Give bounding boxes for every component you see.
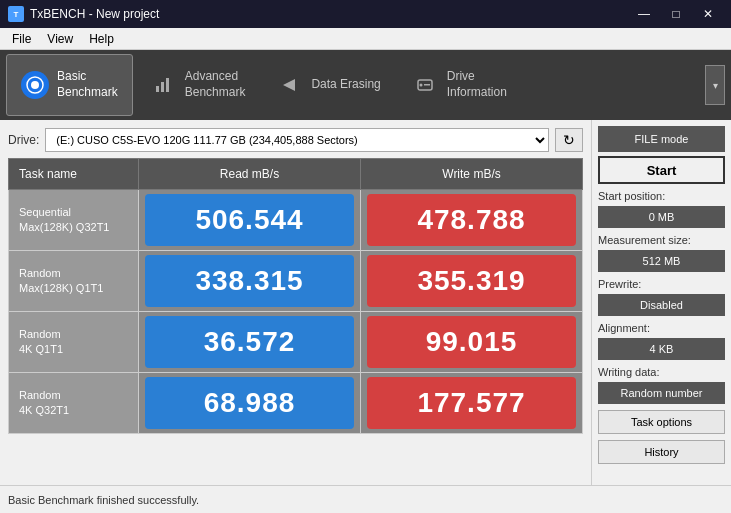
prewrite-value: Disabled — [598, 294, 725, 316]
title-bar-left: T TxBENCH - New project — [8, 6, 159, 22]
start-position-value: 0 MB — [598, 206, 725, 228]
table-row: Random4K Q32T1 68.988 177.577 — [9, 373, 583, 434]
toolbar-drive-information[interactable]: Drive Information — [397, 54, 521, 116]
writing-data-label: Writing data: — [598, 366, 725, 378]
svg-point-7 — [419, 84, 422, 87]
task-options-button[interactable]: Task options — [598, 410, 725, 434]
alignment-label: Alignment: — [598, 322, 725, 334]
left-panel: Drive: (E:) CUSO C5S-EVO 120G 111.77 GB … — [0, 120, 591, 485]
alignment-value: 4 KB — [598, 338, 725, 360]
toolbar: Basic Benchmark Advanced Benchmark Data … — [0, 50, 731, 120]
main-content: Drive: (E:) CUSO C5S-EVO 120G 111.77 GB … — [0, 120, 731, 485]
file-mode-button[interactable]: FILE mode — [598, 126, 725, 152]
write-cell-2: 99.015 — [361, 312, 583, 373]
menu-help[interactable]: Help — [81, 30, 122, 48]
task-name-3: Random4K Q32T1 — [9, 373, 139, 434]
read-cell-1: 338.315 — [139, 251, 361, 312]
task-name-0: SequentialMax(128K) Q32T1 — [9, 190, 139, 251]
toolbar-basic-benchmark[interactable]: Basic Benchmark — [6, 54, 133, 116]
title-bar: T TxBENCH - New project — □ ✕ — [0, 0, 731, 28]
advanced-benchmark-icon — [149, 71, 177, 99]
task-name-2: Random4K Q1T1 — [9, 312, 139, 373]
status-text: Basic Benchmark finished successfully. — [8, 494, 199, 506]
read-value-1: 338.315 — [145, 255, 354, 307]
read-value-2: 36.572 — [145, 316, 354, 368]
history-button[interactable]: History — [598, 440, 725, 464]
svg-point-1 — [31, 81, 39, 89]
write-cell-0: 478.788 — [361, 190, 583, 251]
write-value-3: 177.577 — [367, 377, 576, 429]
col-read: Read mB/s — [139, 159, 361, 190]
write-value-2: 99.015 — [367, 316, 576, 368]
advanced-benchmark-label: Advanced Benchmark — [185, 69, 246, 100]
start-position-label: Start position: — [598, 190, 725, 202]
read-value-3: 68.988 — [145, 377, 354, 429]
menu-file[interactable]: File — [4, 30, 39, 48]
basic-benchmark-label: Basic Benchmark — [57, 69, 118, 100]
svg-rect-3 — [161, 82, 164, 92]
menu-view[interactable]: View — [39, 30, 81, 48]
write-cell-1: 355.319 — [361, 251, 583, 312]
start-button[interactable]: Start — [598, 156, 725, 184]
toolbar-data-erasing[interactable]: Data Erasing — [261, 54, 394, 116]
svg-marker-5 — [283, 79, 295, 91]
right-panel: FILE mode Start Start position: 0 MB Mea… — [591, 120, 731, 485]
toolbar-dropdown-button[interactable]: ▾ — [705, 65, 725, 105]
col-task-name: Task name — [9, 159, 139, 190]
maximize-button[interactable]: □ — [661, 4, 691, 24]
title-bar-controls: — □ ✕ — [629, 4, 723, 24]
col-write: Write mB/s — [361, 159, 583, 190]
status-bar: Basic Benchmark finished successfully. — [0, 485, 731, 513]
table-row: Random4K Q1T1 36.572 99.015 — [9, 312, 583, 373]
svg-rect-2 — [156, 86, 159, 92]
svg-rect-8 — [424, 84, 430, 86]
drive-label: Drive: — [8, 133, 39, 147]
toolbar-advanced-benchmark[interactable]: Advanced Benchmark — [135, 54, 260, 116]
read-cell-2: 36.572 — [139, 312, 361, 373]
read-cell-3: 68.988 — [139, 373, 361, 434]
menu-bar: File View Help — [0, 28, 731, 50]
close-button[interactable]: ✕ — [693, 4, 723, 24]
writing-data-value: Random number — [598, 382, 725, 404]
write-value-1: 355.319 — [367, 255, 576, 307]
benchmark-table: Task name Read mB/s Write mB/s Sequentia… — [8, 158, 583, 434]
svg-rect-4 — [166, 78, 169, 92]
toolbar-dropdown: ▾ — [705, 54, 725, 116]
data-erasing-label: Data Erasing — [311, 77, 380, 93]
table-row: RandomMax(128K) Q1T1 338.315 355.319 — [9, 251, 583, 312]
drive-refresh-button[interactable]: ↻ — [555, 128, 583, 152]
measurement-size-label: Measurement size: — [598, 234, 725, 246]
data-erasing-icon — [275, 71, 303, 99]
drive-information-icon — [411, 71, 439, 99]
measurement-size-value: 512 MB — [598, 250, 725, 272]
drive-select[interactable]: (E:) CUSO C5S-EVO 120G 111.77 GB (234,40… — [45, 128, 549, 152]
table-row: SequentialMax(128K) Q32T1 506.544 478.78… — [9, 190, 583, 251]
title-bar-text: TxBENCH - New project — [30, 7, 159, 21]
app-icon: T — [8, 6, 24, 22]
drive-row: Drive: (E:) CUSO C5S-EVO 120G 111.77 GB … — [8, 128, 583, 152]
read-value-0: 506.544 — [145, 194, 354, 246]
prewrite-label: Prewrite: — [598, 278, 725, 290]
basic-benchmark-icon — [21, 71, 49, 99]
write-cell-3: 177.577 — [361, 373, 583, 434]
drive-information-label: Drive Information — [447, 69, 507, 100]
write-value-0: 478.788 — [367, 194, 576, 246]
task-name-1: RandomMax(128K) Q1T1 — [9, 251, 139, 312]
minimize-button[interactable]: — — [629, 4, 659, 24]
read-cell-0: 506.544 — [139, 190, 361, 251]
